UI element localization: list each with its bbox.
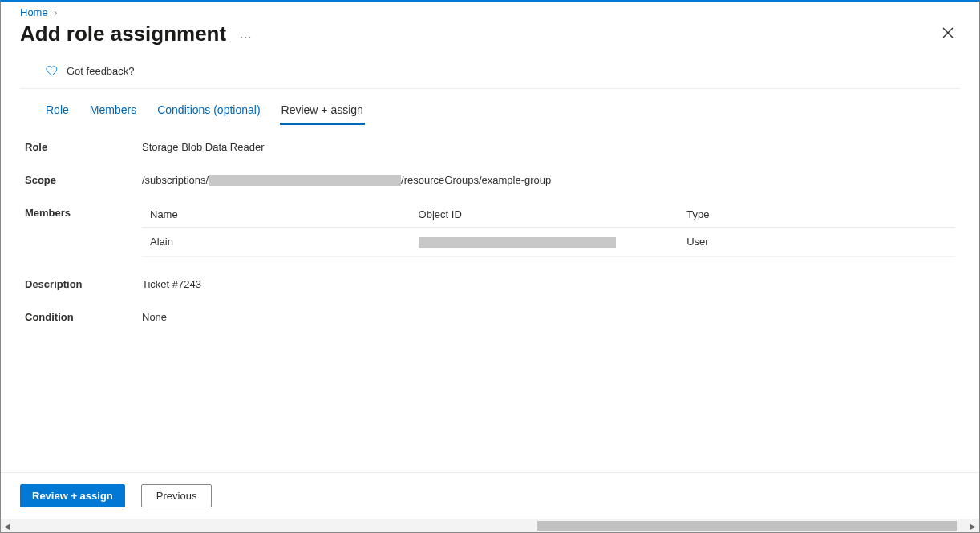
tab-role[interactable]: Role [44,103,71,125]
value-scope: /subscriptions/ /resourceGroups/example-… [142,171,955,186]
breadcrumb: Home › [1,2,979,18]
footer: Review + assign Previous [1,472,979,519]
horizontal-scrollbar[interactable]: ◀ ▶ [1,519,979,532]
value-condition: None [142,308,955,323]
tab-review-assign[interactable]: Review + assign [280,103,365,125]
feedback-link[interactable]: Got feedback? [20,53,960,89]
tab-conditions[interactable]: Conditions (optional) [156,103,261,125]
feedback-label: Got feedback? [67,65,135,77]
breadcrumb-home-link[interactable]: Home [20,6,48,18]
more-actions-button[interactable]: … [239,27,253,42]
scroll-thumb[interactable] [537,521,957,531]
value-description: Ticket #7243 [142,275,955,290]
tab-members[interactable]: Members [88,103,138,125]
review-assign-button[interactable]: Review + assign [20,484,125,507]
scope-suffix: /resourceGroups/example-group [401,174,551,186]
heart-icon [46,64,59,77]
page-title: Add role assignment [20,22,226,46]
members-header-type: Type [678,202,955,228]
label-role: Role [25,138,142,153]
tabs: Role Members Conditions (optional) Revie… [20,89,960,125]
objectid-redacted [419,237,616,248]
close-button[interactable] [936,24,960,45]
table-row: Alain User [142,228,955,257]
member-name: Alain [142,228,411,257]
member-type: User [678,228,955,257]
value-role: Storage Blob Data Reader [142,138,955,153]
breadcrumb-separator-icon: › [54,7,57,18]
label-description: Description [25,275,142,290]
label-condition: Condition [25,308,142,323]
scroll-left-icon[interactable]: ◀ [1,522,14,531]
label-scope: Scope [25,171,142,186]
member-objectid [411,228,679,257]
close-icon [942,27,954,38]
scroll-track[interactable] [14,519,966,532]
scope-subscription-redacted [209,175,401,186]
members-header-name: Name [142,202,411,228]
previous-button[interactable]: Previous [141,484,213,507]
label-members: Members [25,204,142,219]
scroll-right-icon[interactable]: ▶ [966,522,979,531]
scope-prefix: /subscriptions/ [142,174,209,186]
members-table: Name Object ID Type Alain User [142,202,955,257]
members-header-objectid: Object ID [411,202,679,228]
